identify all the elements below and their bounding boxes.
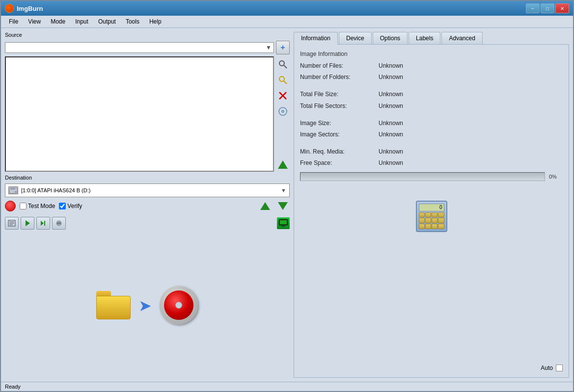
- svg-line-1: [284, 65, 287, 68]
- calc-key-2: [425, 212, 431, 218]
- monitor-icon: [278, 219, 288, 228]
- auto-checkbox[interactable]: [556, 365, 563, 371]
- svg-rect-10: [10, 188, 15, 189]
- calc-screen: 0: [419, 204, 444, 211]
- up-button[interactable]: [276, 158, 290, 172]
- status-bar: Ready: [1, 382, 573, 391]
- image-size-key: Image Size:: [300, 119, 379, 128]
- min-media-value: Unknown: [379, 147, 403, 157]
- menu-mode[interactable]: Mode: [47, 17, 69, 26]
- drive-icon: [8, 186, 18, 194]
- calculator-icon[interactable]: 0: [416, 201, 447, 232]
- destination-dropdown[interactable]: [1:0:0] ATAPI iHAS624 B (D:) ▼: [5, 183, 290, 197]
- tab-options[interactable]: Options: [373, 32, 408, 44]
- step-button[interactable]: [36, 217, 50, 230]
- search-highlight-button[interactable]: [276, 73, 290, 87]
- file-size-value: Unknown: [379, 90, 403, 99]
- svg-line-3: [284, 81, 287, 84]
- info-row-file-size: Total File Size: Unknown: [300, 90, 563, 99]
- tab-information[interactable]: Information: [294, 32, 338, 45]
- destination-label: Destination: [5, 175, 290, 181]
- progress-label: 0%: [549, 174, 563, 180]
- menu-help[interactable]: Help: [145, 17, 165, 26]
- menu-tools[interactable]: Tools: [122, 17, 143, 26]
- calc-key-6: [425, 218, 431, 223]
- bottom-toolbar: [5, 216, 290, 231]
- test-mode-checkbox[interactable]: [20, 203, 27, 209]
- close-button[interactable]: ✕: [555, 3, 569, 13]
- info-row-num-folders: Number of Folders: Unknown: [300, 73, 563, 82]
- minimize-button[interactable]: −: [526, 3, 540, 13]
- file-list[interactable]: [5, 56, 274, 172]
- source-label: Source: [5, 32, 290, 38]
- record-button[interactable]: [5, 201, 16, 211]
- folder-icon: [96, 291, 131, 320]
- record-btn[interactable]: [52, 217, 66, 230]
- play-button[interactable]: [21, 217, 34, 230]
- num-files-value: Unknown: [379, 61, 403, 71]
- plus-icon: +: [280, 43, 285, 52]
- tab-device[interactable]: Device: [339, 32, 372, 44]
- title-bar: ImgBurn − □ ✕: [1, 1, 573, 16]
- svg-rect-25: [280, 220, 287, 224]
- num-folders-key: Number of Folders:: [300, 73, 379, 82]
- search-icon: [278, 59, 288, 69]
- calc-keys: [419, 212, 444, 229]
- folder-body: [96, 296, 131, 319]
- scroll-down-button[interactable]: [276, 199, 290, 213]
- info-row-num-files: Number of Files: Unknown: [300, 61, 563, 71]
- file-size-key: Total File Size:: [300, 90, 379, 99]
- tab-labels[interactable]: Labels: [409, 32, 440, 44]
- add-source-button[interactable]: +: [276, 41, 290, 54]
- scroll-up-button[interactable]: [258, 199, 272, 213]
- calc-key-9: [419, 224, 425, 229]
- scroll-up-icon: [259, 200, 271, 212]
- svg-point-6: [279, 107, 287, 115]
- menu-input[interactable]: Input: [71, 17, 92, 26]
- source-dropdown[interactable]: ▼: [5, 42, 274, 53]
- calc-key-3: [432, 212, 437, 218]
- file-sectors-value: Unknown: [379, 102, 403, 111]
- maximize-button[interactable]: □: [541, 3, 554, 13]
- free-space-value: Unknown: [379, 158, 403, 168]
- menu-output[interactable]: Output: [94, 17, 120, 26]
- scroll-down-icon: [277, 200, 289, 212]
- dropdown-arrow-icon: ▼: [266, 44, 272, 51]
- svg-marker-19: [41, 221, 44, 226]
- file-list-area: [5, 56, 290, 172]
- menu-view[interactable]: View: [24, 17, 45, 26]
- test-mode-group: Test Mode: [20, 203, 55, 209]
- drive-icon-svg: [9, 187, 18, 194]
- search-button[interactable]: [276, 57, 290, 71]
- calc-key-4: [438, 212, 444, 218]
- calc-key-7: [432, 218, 437, 223]
- calc-key-12: [438, 224, 444, 229]
- monitor-button[interactable]: [277, 217, 290, 229]
- gap1: [300, 84, 563, 88]
- source-section: Source ▼ +: [5, 32, 290, 172]
- num-folders-value: Unknown: [379, 73, 403, 82]
- image-sectors-value: Unknown: [379, 130, 403, 139]
- calc-key-5: [419, 218, 425, 223]
- tab-advanced[interactable]: Advanced: [441, 32, 482, 44]
- svg-marker-12: [260, 202, 270, 210]
- svg-point-2: [279, 77, 284, 81]
- main-window: ImgBurn − □ ✕ File View Mode Input Outpu…: [0, 0, 574, 392]
- center-image-area: ➤: [5, 234, 290, 378]
- progress-row: 0%: [300, 172, 563, 181]
- log-button[interactable]: [5, 217, 19, 230]
- window-controls: − □ ✕: [526, 3, 569, 13]
- auto-label: Auto: [541, 365, 553, 371]
- delete-button[interactable]: [276, 89, 290, 103]
- menu-file[interactable]: File: [5, 17, 22, 26]
- destination-drive-text: [1:0:0] ATAPI iHAS624 B (D:): [21, 187, 278, 193]
- svg-marker-13: [278, 202, 288, 210]
- verify-checkbox[interactable]: [59, 203, 66, 209]
- left-panel: Source ▼ +: [5, 32, 290, 378]
- image-sectors-key: Image Sectors:: [300, 130, 379, 139]
- eject-button[interactable]: [276, 105, 290, 118]
- step-icon: [40, 220, 47, 227]
- svg-point-22: [57, 222, 59, 224]
- auto-row: Auto: [300, 361, 563, 371]
- info-row-free-space: Free Space: Unknown: [300, 158, 563, 168]
